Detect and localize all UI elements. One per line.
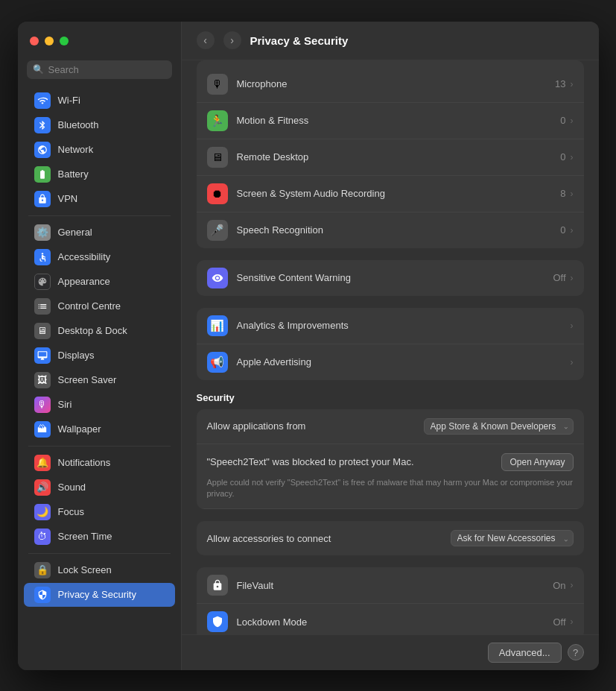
siri-icon: 🎙: [34, 397, 51, 413]
microphone-value: 13: [555, 78, 565, 89]
filevault-row[interactable]: FileVault On ›: [197, 567, 584, 604]
sidebar-item-sound[interactable]: 🔊 Sound: [24, 476, 175, 499]
analytics-row[interactable]: 📊 Analytics & Improvements ›: [197, 308, 584, 344]
accessories-select[interactable]: Ask for New Accessories Automatically Ne…: [451, 530, 574, 546]
speech-chevron: ›: [571, 225, 574, 236]
sidebar-item-desktopdock[interactable]: 🖥 Desktop & Dock: [24, 319, 175, 343]
sidebar-item-siri[interactable]: 🎙 Siri: [24, 393, 175, 417]
remote-value: 0: [560, 151, 565, 163]
lockdown-row[interactable]: Lockdown Mode Off ›: [197, 604, 584, 634]
speech-label: Speech Recognition: [237, 224, 561, 236]
sidebar-item-wallpaper[interactable]: 🏔 Wallpaper: [24, 417, 175, 441]
allow-apps-select[interactable]: App Store & Known Developers App Store: [424, 418, 574, 435]
network-icon: [34, 142, 51, 158]
security-header: Security: [197, 392, 584, 403]
open-anyway-button[interactable]: Open Anyway: [501, 453, 573, 471]
screenrec-row[interactable]: ⏺ Screen & System Audio Recording 8 ›: [197, 176, 584, 212]
advertising-row[interactable]: 📢 Apple Advertising ›: [197, 344, 584, 380]
allow-apps-label: Allow applications from: [207, 420, 424, 432]
remote-chevron: ›: [571, 152, 574, 163]
blocked-main: "Speech2Text" was blocked to protect you…: [207, 453, 574, 471]
allow-apps-row: Allow applications from App Store & Know…: [197, 409, 584, 444]
sidebar-item-screensaver[interactable]: 🖼 Screen Saver: [24, 368, 175, 392]
sidebar-item-appearance[interactable]: Appearance: [24, 270, 175, 294]
sensitive-value: Off: [553, 272, 565, 283]
divider-1: [28, 215, 171, 216]
remote-icon: 🖥: [207, 147, 228, 168]
advanced-button[interactable]: Advanced...: [488, 643, 562, 663]
analytics-group: 📊 Analytics & Improvements › 📢 Apple Adv…: [197, 308, 584, 380]
sidebar-item-notifications[interactable]: 🔔 Notifications: [24, 451, 175, 475]
sidebar-item-network[interactable]: Network: [24, 138, 175, 162]
screenrec-label: Screen & System Audio Recording: [237, 188, 561, 199]
allow-apps-box: Allow applications from App Store & Know…: [197, 409, 584, 510]
sidebar-item-vpn[interactable]: VPN: [24, 187, 175, 211]
back-button[interactable]: ‹: [197, 31, 215, 49]
divider-2: [28, 446, 171, 447]
filevault-chevron: ›: [571, 580, 574, 590]
sidebar-item-focus[interactable]: 🌙 Focus: [24, 500, 175, 524]
screenrec-value: 8: [560, 188, 565, 199]
motion-label: Motion & Fitness: [237, 115, 561, 126]
sidebar-item-label-general: General: [58, 227, 92, 238]
close-button[interactable]: [30, 37, 39, 45]
sidebar-item-label-network: Network: [58, 144, 94, 155]
sidebar-item-controlcentre[interactable]: Control Centre: [24, 294, 175, 318]
lockdown-icon: [207, 611, 228, 632]
privacy-rows-group: 🎙 Microphone 13 › 🏃 Motion & Fitness 0 ›…: [197, 60, 584, 248]
sidebar-item-label-accessibility: Accessibility: [58, 251, 111, 262]
lockscreen-icon: 🔒: [34, 562, 51, 578]
motion-value: 0: [560, 115, 565, 126]
controlcentre-icon: [34, 298, 51, 315]
sidebar-item-label-vpn: VPN: [58, 193, 78, 204]
svg-point-0: [41, 253, 42, 254]
sidebar-item-label-controlcentre: Control Centre: [58, 300, 121, 312]
divider-3: [28, 553, 171, 554]
microphone-label: Microphone: [237, 78, 556, 89]
sound-icon: 🔊: [34, 479, 51, 496]
sidebar-scroll: Wi-Fi Bluetooth Network: [18, 88, 181, 670]
system-preferences-window: 🔍 Wi-Fi Bluetooth: [18, 22, 599, 670]
sidebar-item-general[interactable]: ⚙️ General: [24, 221, 175, 244]
sensitive-label: Sensitive Content Warning: [237, 272, 553, 283]
fullscreen-button[interactable]: [60, 37, 69, 45]
sidebar-item-wifi[interactable]: Wi-Fi: [24, 89, 175, 113]
sidebar-item-label-sound: Sound: [58, 482, 86, 493]
sidebar-item-displays[interactable]: Displays: [24, 344, 175, 367]
sidebar-item-label-focus: Focus: [58, 506, 84, 517]
wifi-icon: [34, 92, 51, 109]
advertising-label: Apple Advertising: [237, 356, 571, 367]
blocked-sub-text: Apple could not verify "Speech2Text" is …: [207, 477, 574, 500]
main-panel: ‹ › Privacy & Security 🎙 Microphone 13 ›…: [182, 22, 599, 670]
sidebar: 🔍 Wi-Fi Bluetooth: [18, 22, 182, 670]
minimize-button[interactable]: [45, 37, 54, 45]
sidebar-item-lockscreen[interactable]: 🔒 Lock Screen: [24, 558, 175, 582]
sidebar-item-label-lockscreen: Lock Screen: [58, 564, 112, 575]
accessories-select-wrap: Ask for New Accessories Automatically Ne…: [451, 530, 574, 546]
microphone-icon: 🎙: [207, 74, 228, 95]
sidebar-item-bluetooth[interactable]: Bluetooth: [24, 113, 175, 137]
screenrec-chevron: ›: [571, 189, 574, 199]
sidebar-item-label-appearance: Appearance: [58, 276, 110, 287]
bluetooth-icon: [34, 117, 51, 133]
accessibility-icon: [34, 249, 51, 265]
forward-button[interactable]: ›: [223, 31, 241, 49]
motion-row[interactable]: 🏃 Motion & Fitness 0 ›: [197, 103, 584, 139]
sidebar-item-privacy[interactable]: Privacy & Security: [24, 583, 175, 607]
help-button[interactable]: ?: [568, 644, 584, 660]
remote-row[interactable]: 🖥 Remote Desktop 0 ›: [197, 139, 584, 176]
microphone-row[interactable]: 🎙 Microphone 13 ›: [197, 66, 584, 103]
sidebar-group-network: Wi-Fi Bluetooth Network: [18, 89, 181, 211]
analytics-icon: 📊: [207, 315, 228, 336]
speech-row[interactable]: 🎤 Speech Recognition 0 ›: [197, 212, 584, 248]
main-titlebar: ‹ › Privacy & Security: [182, 22, 599, 60]
sidebar-item-label-privacy: Privacy & Security: [58, 589, 136, 600]
sidebar-item-battery[interactable]: Battery: [24, 163, 175, 186]
sidebar-item-label-battery: Battery: [58, 168, 89, 180]
sensitive-row[interactable]: Sensitive Content Warning Off ›: [197, 260, 584, 296]
sidebar-item-screentime[interactable]: ⏱ Screen Time: [24, 525, 175, 549]
sidebar-item-accessibility[interactable]: Accessibility: [24, 245, 175, 269]
search-input[interactable]: [48, 64, 166, 75]
search-bar[interactable]: 🔍: [27, 60, 172, 79]
sidebar-group-system: ⚙️ General Accessibility Appearance: [18, 221, 181, 441]
